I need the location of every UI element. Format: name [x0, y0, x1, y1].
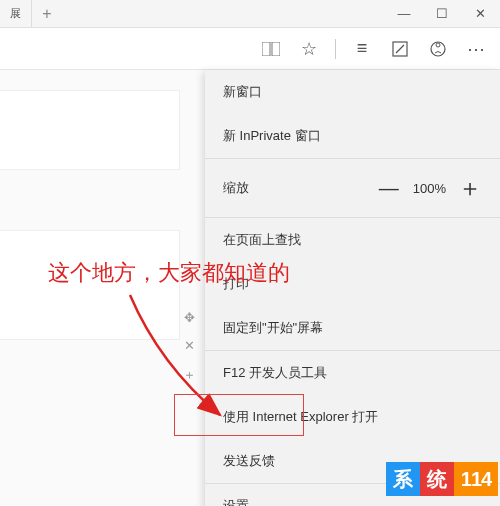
new-tab-button[interactable]: + — [32, 0, 62, 27]
menu-new-inprivate[interactable]: 新 InPrivate 窗口 — [205, 114, 500, 158]
move-icon[interactable]: ✥ — [182, 310, 196, 324]
zoom-in-button[interactable]: ＋ — [458, 172, 482, 204]
close-window-button[interactable]: ✕ — [468, 2, 492, 26]
svg-rect-0 — [262, 42, 270, 56]
menu-label: 新 InPrivate 窗口 — [223, 127, 321, 145]
tab-label: 展 — [10, 6, 21, 21]
zoom-label: 缩放 — [223, 179, 249, 197]
window-controls: — ☐ ✕ — [392, 2, 500, 26]
menu-label: 新窗口 — [223, 83, 262, 101]
menu-label: 设置 — [223, 497, 249, 506]
menu-zoom: 缩放 — 100% ＋ — [205, 159, 500, 217]
menu-label: 使用 Internet Explorer 打开 — [223, 408, 378, 426]
menu-label: 固定到"开始"屏幕 — [223, 319, 323, 337]
more-menu-icon[interactable]: ⋯ — [460, 33, 492, 65]
share-icon[interactable] — [422, 33, 454, 65]
watermark-tong: 统 — [420, 462, 454, 496]
toolbar-separator — [335, 39, 336, 59]
annotation-text: 这个地方，大家都知道的 — [48, 258, 290, 288]
zoom-value: 100% — [413, 181, 446, 196]
menu-label: 在页面上查找 — [223, 231, 301, 249]
svg-rect-1 — [272, 42, 280, 56]
menu-find[interactable]: 在页面上查找 — [205, 218, 500, 262]
menu-new-window[interactable]: 新窗口 — [205, 70, 500, 114]
favorite-star-icon[interactable]: ☆ — [293, 33, 325, 65]
title-bar: 展 + — ☐ ✕ — [0, 0, 500, 28]
web-note-icon[interactable] — [384, 33, 416, 65]
menu-devtools[interactable]: F12 开发人员工具 — [205, 351, 500, 395]
side-icons: ✥ ✕ ＋ — [182, 310, 196, 380]
svg-point-3 — [431, 42, 445, 56]
zoom-controls: — 100% ＋ — [377, 172, 482, 204]
tabs-area: 展 + — [0, 0, 62, 27]
toolbar: ☆ ≡ ⋯ — [0, 28, 500, 70]
watermark: 系 统 114 — [386, 462, 498, 496]
remove-icon[interactable]: ✕ — [182, 338, 196, 352]
menu-pin[interactable]: 固定到"开始"屏幕 — [205, 306, 500, 350]
add-icon[interactable]: ＋ — [182, 366, 196, 380]
page-block-1 — [0, 90, 180, 170]
active-tab[interactable]: 展 — [0, 0, 32, 27]
hub-icon[interactable]: ≡ — [346, 33, 378, 65]
menu-open-ie[interactable]: 使用 Internet Explorer 打开 — [205, 395, 500, 439]
svg-point-4 — [436, 43, 440, 47]
watermark-xi: 系 — [386, 462, 420, 496]
maximize-button[interactable]: ☐ — [430, 2, 454, 26]
minimize-button[interactable]: — — [392, 2, 416, 26]
menu-label: F12 开发人员工具 — [223, 364, 327, 382]
reading-view-icon[interactable] — [255, 33, 287, 65]
zoom-out-button[interactable]: — — [377, 177, 401, 200]
more-menu: 新窗口 新 InPrivate 窗口 缩放 — 100% ＋ 在页面上查找 打印… — [205, 70, 500, 506]
menu-label: 发送反馈 — [223, 452, 275, 470]
watermark-114: 114 — [454, 462, 498, 496]
